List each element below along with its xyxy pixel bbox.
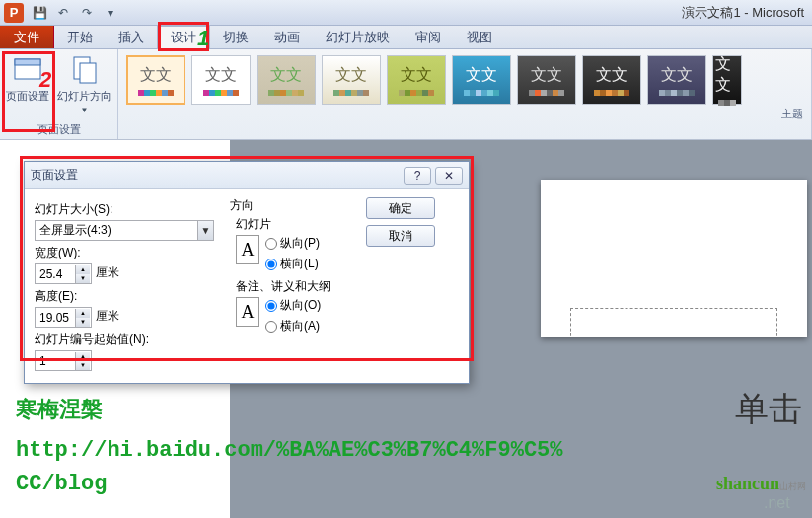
svg-rect-3 — [80, 63, 96, 83]
chevron-down-icon[interactable]: ▼ — [197, 221, 213, 240]
slide[interactable] — [541, 180, 807, 337]
titlebar: P 💾 ↶ ↷ ▾ 演示文稿1 - Microsoft — [0, 0, 812, 26]
theme-thumbnail[interactable]: 文文 — [191, 55, 251, 105]
theme-thumbnail[interactable]: 文文 — [647, 55, 706, 105]
ribbon: 页面设置 幻灯片方向 ▼ 页面设置 文文 文文 文文 文文 文文 文文 文文 文… — [0, 49, 812, 140]
spin-down-icon[interactable]: ▼ — [76, 361, 90, 370]
unit-label: 厘米 — [96, 264, 119, 281]
watermark: shancun山村网 .net — [716, 474, 806, 512]
cancel-button[interactable]: 取消 — [366, 225, 435, 247]
redo-icon[interactable]: ↷ — [77, 3, 97, 23]
ribbon-group-page-setup: 页面设置 幻灯片方向 ▼ 页面设置 — [0, 49, 118, 139]
slide-size-label: 幻灯片大小(S): — [35, 201, 222, 218]
orientation-title: 方向 — [230, 197, 358, 214]
ok-button[interactable]: 确定 — [366, 197, 435, 219]
ribbon-group-themes: 文文 文文 文文 文文 文文 文文 文文 文文 文文 文文 主题 — [118, 49, 812, 139]
watermark-tld: .net — [764, 494, 790, 511]
height-spinner[interactable]: ▲▼ — [35, 307, 92, 328]
spin-down-icon[interactable]: ▼ — [76, 318, 90, 327]
tab-file[interactable]: 文件 — [0, 26, 54, 48]
spin-up-icon[interactable]: ▲ — [76, 309, 90, 318]
chevron-down-icon: ▼ — [81, 106, 89, 114]
theme-thumbnail[interactable]: 文文 — [126, 55, 185, 105]
save-icon[interactable]: 💾 — [30, 3, 49, 23]
orientation-icon — [68, 53, 102, 87]
radio-portrait-o[interactable]: 纵向(O) — [265, 297, 321, 314]
radio-landscape-l[interactable]: 横向(L) — [265, 256, 320, 272]
unit-label: 厘米 — [96, 308, 119, 325]
tab-home[interactable]: 开始 — [54, 26, 106, 48]
tab-insert[interactable]: 插入 — [106, 26, 157, 48]
spin-up-icon[interactable]: ▲ — [76, 352, 90, 361]
placeholder-text: 单击 — [735, 387, 802, 432]
dialog-titlebar: 页面设置 ? ✕ — [25, 162, 469, 189]
height-input[interactable] — [36, 311, 75, 325]
number-input[interactable] — [36, 354, 75, 368]
radio-landscape-a[interactable]: 横向(A) — [265, 318, 321, 334]
quick-access-toolbar: 💾 ↶ ↷ ▾ — [30, 3, 120, 23]
tab-animation[interactable]: 动画 — [261, 26, 313, 48]
tab-transition[interactable]: 切换 — [210, 26, 261, 48]
close-button[interactable]: ✕ — [435, 167, 463, 185]
orientation-icon: A — [236, 235, 259, 264]
overlay-line-2: http://hi.baidu.com/%BA%AE%C3%B7%C4%F9%C… — [16, 434, 563, 467]
radio-portrait-p[interactable]: 纵向(P) — [265, 235, 320, 252]
svg-rect-1 — [15, 59, 40, 65]
theme-thumbnail[interactable]: 文文 — [582, 55, 641, 105]
help-button[interactable]: ? — [404, 167, 431, 185]
orientation-icon: A — [236, 297, 259, 327]
width-spinner[interactable]: ▲▼ — [35, 263, 92, 284]
slide-size-input[interactable] — [36, 224, 197, 238]
width-input[interactable] — [36, 267, 75, 281]
watermark-zh: 山村网 — [779, 481, 806, 491]
theme-thumbnail[interactable]: 文文 — [387, 55, 446, 105]
qat-customize-icon[interactable]: ▾ — [101, 3, 120, 23]
ribbon-group-label: 页面设置 — [4, 120, 113, 139]
width-label: 宽度(W): — [35, 245, 222, 261]
slide-orientation-button[interactable]: 幻灯片方向 ▼ — [55, 51, 113, 116]
theme-thumbnail[interactable]: 文文 — [712, 55, 742, 105]
tab-slideshow[interactable]: 幻灯片放映 — [313, 26, 403, 48]
tab-view[interactable]: 视图 — [454, 26, 505, 48]
placeholder[interactable] — [570, 308, 777, 337]
ribbon-group-label: 主题 — [781, 105, 803, 123]
slide-size-combo[interactable]: ▼ — [35, 220, 214, 241]
slides-group-label: 幻灯片 — [236, 216, 358, 233]
callout-label-2: 2 — [39, 67, 51, 93]
overlay-line-3: CC/blog — [16, 468, 107, 500]
undo-icon[interactable]: ↶ — [53, 3, 73, 23]
theme-thumbnail[interactable]: 文文 — [517, 55, 576, 105]
page-setup-dialog: 页面设置 ? ✕ 幻灯片大小(S): ▼ 宽度(W): ▲▼ 厘米 高度(E): — [24, 161, 470, 384]
window-title: 演示文稿1 - Microsoft — [682, 4, 808, 22]
number-spinner[interactable]: ▲▼ — [35, 350, 92, 371]
ribbon-tabs: 文件 开始 插入 设计 切换 动画 幻灯片放映 审阅 视图 — [0, 26, 812, 49]
height-label: 高度(E): — [35, 288, 222, 305]
callout-label-1: 1 — [197, 26, 209, 51]
number-from-label: 幻灯片编号起始值(N): — [35, 332, 222, 348]
spin-down-icon[interactable]: ▼ — [76, 274, 90, 283]
theme-thumbnail[interactable]: 文文 — [257, 55, 316, 105]
overlay-line-1: 寒梅涅槃 — [16, 395, 103, 427]
tab-review[interactable]: 审阅 — [403, 26, 454, 48]
spin-up-icon[interactable]: ▲ — [76, 265, 90, 274]
theme-thumbnail[interactable]: 文文 — [322, 55, 381, 105]
themes-gallery: 文文 文文 文文 文文 文文 文文 文文 文文 文文 文文 — [122, 51, 807, 105]
dialog-title: 页面设置 — [31, 167, 404, 184]
theme-thumbnail[interactable]: 文文 — [452, 55, 511, 105]
watermark-brand: shancun — [716, 474, 779, 493]
notes-group-label: 备注、讲义和大纲 — [236, 278, 358, 295]
app-icon: P — [4, 3, 24, 23]
